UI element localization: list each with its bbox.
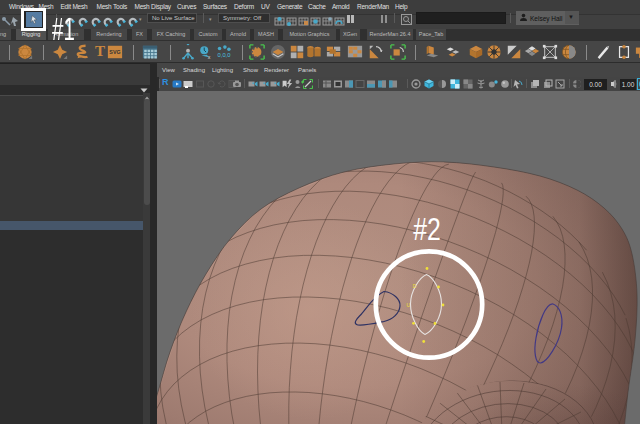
svg-text:0,0,0: 0,0,0 xyxy=(218,52,231,58)
svg-text:T: T xyxy=(95,44,105,59)
svg-text:x: x xyxy=(208,54,211,60)
svg-text:D: D xyxy=(413,283,417,289)
svg-text:#2: #2 xyxy=(413,212,441,246)
svg-text:SVG: SVG xyxy=(109,49,120,55)
svg-text:U: U xyxy=(407,302,411,308)
